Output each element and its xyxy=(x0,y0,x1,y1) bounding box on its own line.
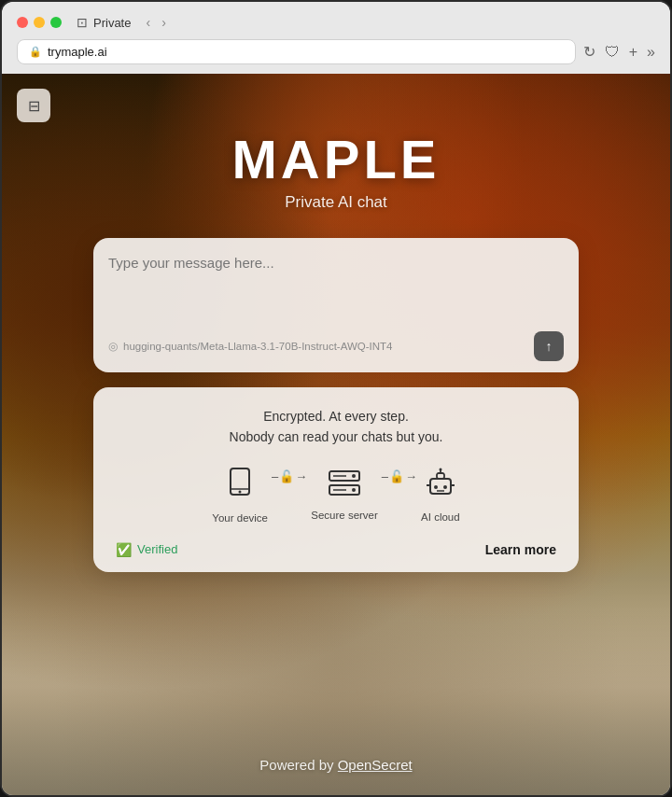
encryption-line1: Encrypted. At every step. xyxy=(116,406,556,426)
send-button[interactable]: ↑ xyxy=(534,331,564,361)
lock-icon: 🔒 xyxy=(29,46,42,58)
browser-viewport: ⊟ MAPLE Private AI chat ◎ hugging-quants… xyxy=(2,74,670,795)
sidebar-toggle-button[interactable]: ⊟ xyxy=(17,89,50,122)
flow-item-server: Secure server xyxy=(311,469,378,521)
svg-point-12 xyxy=(434,485,438,489)
svg-point-1 xyxy=(239,490,242,493)
browser-buttons: ↻ 🛡 + » xyxy=(583,43,655,61)
info-card: Encrypted. At every step. Nobody can rea… xyxy=(93,387,579,572)
minimize-button[interactable] xyxy=(34,17,45,28)
nav-back-button[interactable]: ‹ xyxy=(142,13,154,32)
verified-badge: ✅ Verified xyxy=(116,542,177,557)
device-icon xyxy=(225,467,255,505)
main-content: MAPLE Private AI chat ◎ hugging-quants/M… xyxy=(2,74,670,795)
dash-icon-2: – xyxy=(382,469,388,483)
app-subtitle: Private AI chat xyxy=(232,193,441,212)
tab-label[interactable]: Private xyxy=(93,16,131,30)
card-bottom: ✅ Verified Learn more xyxy=(116,542,556,557)
svg-rect-10 xyxy=(437,473,444,479)
server-label: Secure server xyxy=(311,510,378,521)
app-title: MAPLE xyxy=(232,130,441,189)
flow-diagram: Your device – 🔓 → xyxy=(116,467,556,524)
browser-chrome: ⊡ Private ‹ › 🔒 trymaple.ai ↻ 🛡 + » xyxy=(2,2,670,74)
chat-card: ◎ hugging-quants/Meta-Llama-3.1-70B-Inst… xyxy=(93,238,579,372)
refresh-icon[interactable]: ↻ xyxy=(583,43,595,61)
shield-icon[interactable]: 🛡 xyxy=(605,44,620,61)
model-selector[interactable]: ◎ hugging-quants/Meta-Llama-3.1-70B-Inst… xyxy=(108,340,392,353)
send-icon: ↑ xyxy=(546,339,553,354)
opensecret-link[interactable]: OpenSecret xyxy=(338,757,413,773)
unlock-icon-2: 🔓 xyxy=(389,469,404,483)
tab-icon: ⊡ xyxy=(77,15,88,30)
page-footer: Powered by OpenSecret xyxy=(2,757,670,773)
ai-label: AI cloud xyxy=(421,511,460,523)
verified-icon: ✅ xyxy=(116,542,132,557)
sidebar-icon: ⊟ xyxy=(28,97,40,115)
nav-forward-button[interactable]: › xyxy=(158,13,170,32)
flow-item-device: Your device xyxy=(212,467,268,524)
traffic-lights xyxy=(17,17,62,28)
svg-point-13 xyxy=(443,485,447,489)
svg-point-6 xyxy=(352,488,356,492)
model-icon: ◎ xyxy=(108,340,118,353)
nav-arrows: ‹ › xyxy=(142,13,169,32)
arrow-icon-1: → xyxy=(295,469,307,483)
close-button[interactable] xyxy=(17,17,28,28)
footer-text: Powered by xyxy=(259,757,337,773)
device-label: Your device xyxy=(212,512,268,524)
chat-input[interactable] xyxy=(108,253,564,320)
server-icon xyxy=(328,469,361,502)
svg-point-18 xyxy=(439,468,441,470)
maximize-button[interactable] xyxy=(50,17,62,28)
dash-icon: – xyxy=(272,469,278,483)
chat-footer: ◎ hugging-quants/Meta-Llama-3.1-70B-Inst… xyxy=(108,331,564,361)
flow-item-ai: AI cloud xyxy=(421,468,460,523)
encryption-line2: Nobody can read your chats but you. xyxy=(116,426,556,447)
learn-more-link[interactable]: Learn more xyxy=(485,542,556,557)
new-tab-icon[interactable]: + xyxy=(629,44,637,61)
url-text: trymaple.ai xyxy=(48,45,107,59)
more-icon[interactable]: » xyxy=(647,44,655,61)
url-bar[interactable]: 🔒 trymaple.ai xyxy=(17,39,576,64)
browser-window: ⊡ Private ‹ › 🔒 trymaple.ai ↻ 🛡 + » xyxy=(0,0,672,797)
flow-connector-1: – 🔓 → xyxy=(272,469,307,502)
hero-section: MAPLE Private AI chat xyxy=(232,130,441,212)
model-label: hugging-quants/Meta-Llama-3.1-70B-Instru… xyxy=(123,341,392,352)
flow-connector-2: – 🔓 → xyxy=(382,469,417,502)
robot-icon xyxy=(425,468,456,504)
encryption-text: Encrypted. At every step. Nobody can rea… xyxy=(116,406,556,448)
svg-point-5 xyxy=(352,474,356,478)
verified-label: Verified xyxy=(137,542,177,556)
unlock-icon-1: 🔓 xyxy=(279,469,294,483)
arrow-icon-2: → xyxy=(405,469,417,483)
tab-area: ⊡ Private xyxy=(77,15,131,30)
